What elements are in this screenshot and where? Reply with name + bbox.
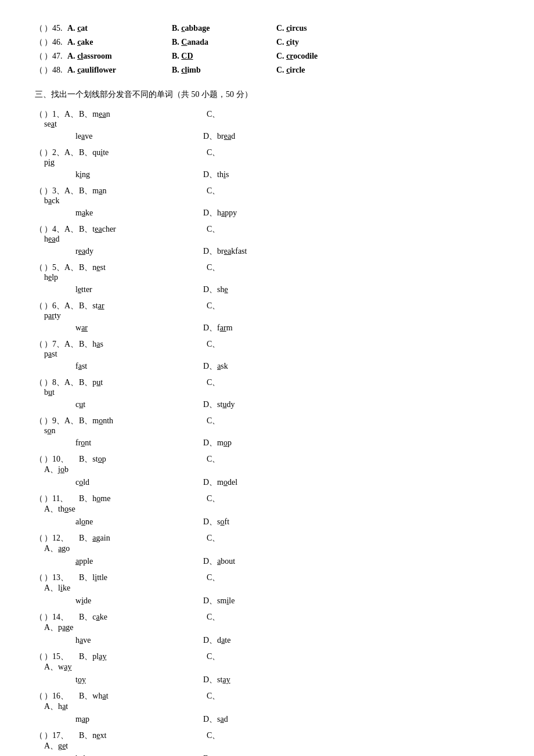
paren-open-45: （ (35, 23, 44, 34)
mc-option-45a: A. cat (67, 24, 149, 33)
mc-row-48: （ ）48. A. cauliflower B. climb C. circle (35, 65, 499, 75)
mc-option-48c: C. circle (276, 66, 358, 75)
q-block-11: （ ）11、A、those B、home C、 alone D、soft (35, 494, 499, 527)
section3-title: 三、找出一个划线部分发音不同的单词（共 50 小题，50 分） (35, 89, 499, 100)
mc-options-45: A. cat B. cabbage C. circus (67, 24, 358, 33)
q-block-2: （ ）2、A、pig B、quite C、 king D、this (35, 147, 499, 180)
paren-open-46: （ (35, 37, 44, 48)
section3-questions: （ ）1、A、seat B、mean C、 leave D、bread （ ）2… (35, 109, 499, 756)
mc-option-47b: B. CD (172, 52, 253, 61)
paren-open-48: （ (35, 65, 44, 75)
mc-option-46c: C. city (276, 38, 358, 47)
q-block-3: （ ）3、A、back B、man C、 make D、happy (35, 186, 499, 218)
mc-row-47: （ ）47. A. classroom B. CD C. crocodile (35, 51, 499, 62)
q-block-10: （ ）10、A、job B、stop C、 cold D、model (35, 454, 499, 488)
paren-close-48: ）48. (44, 65, 67, 75)
mc-option-45c: C. circus (276, 24, 358, 33)
q-block-12: （ ）12、A、ago B、again C、 apple D、about (35, 533, 499, 567)
paren-close-47: ）47. (44, 51, 67, 62)
q-block-1: （ ）1、A、seat B、mean C、 leave D、bread (35, 109, 499, 142)
mc-option-48b: B. climb (172, 66, 253, 75)
section2-block: （ ）45. A. cat B. cabbage C. circus （ ）46… (35, 23, 499, 75)
q-block-16: （ ）16、A、hat B、what C、 map D、sad (35, 691, 499, 725)
q-block-15: （ ）15、A、way B、play C、 toy D、stay (35, 651, 499, 685)
mc-option-45b: B. cabbage (172, 24, 253, 33)
mc-options-46: A. cake B. Canada C. city (67, 38, 358, 47)
q-block-13: （ ）13、A、like B、little C、 wide D、smile (35, 573, 499, 606)
q-block-7: （ ）7、A、past B、has C、 fast D、ask (35, 339, 499, 372)
mc-option-48a: A. cauliflower (67, 66, 149, 75)
q-block-17: （ ）17、A、get B、next C、 help D、we (35, 730, 499, 756)
mc-option-47c: C. crocodile (276, 52, 358, 61)
paren-close-46: ）46. (44, 37, 67, 48)
q-block-9: （ ）9、A、son B、month C、 front D、mop (35, 416, 499, 448)
mc-option-47a: A. classroom (67, 52, 149, 61)
mc-options-48: A. cauliflower B. climb C. circle (67, 66, 358, 75)
q-block-8: （ ）8、A、but B、put C、 cut D、study (35, 377, 499, 410)
q-block-4: （ ）4、A、head B、teacher C、 ready D、breakfa… (35, 224, 499, 257)
paren-open-47: （ (35, 51, 44, 62)
mc-row-46: （ ）46. A. cake B. Canada C. city (35, 37, 499, 48)
mc-option-46b: B. Canada (172, 38, 253, 47)
mc-options-47: A. classroom B. CD C. crocodile (67, 52, 358, 61)
q-block-5: （ ）5、A、help B、nest C、 letter D、she (35, 262, 499, 295)
paren-close-45: ）45. (44, 23, 67, 34)
q-block-14: （ ）14、A、page B、cake C、 have D、date (35, 612, 499, 646)
q-block-6: （ ）6、A、party B、star C、 war D、farm (35, 301, 499, 333)
mc-option-46a: A. cake (67, 38, 149, 47)
mc-row-45: （ ）45. A. cat B. cabbage C. circus (35, 23, 499, 34)
